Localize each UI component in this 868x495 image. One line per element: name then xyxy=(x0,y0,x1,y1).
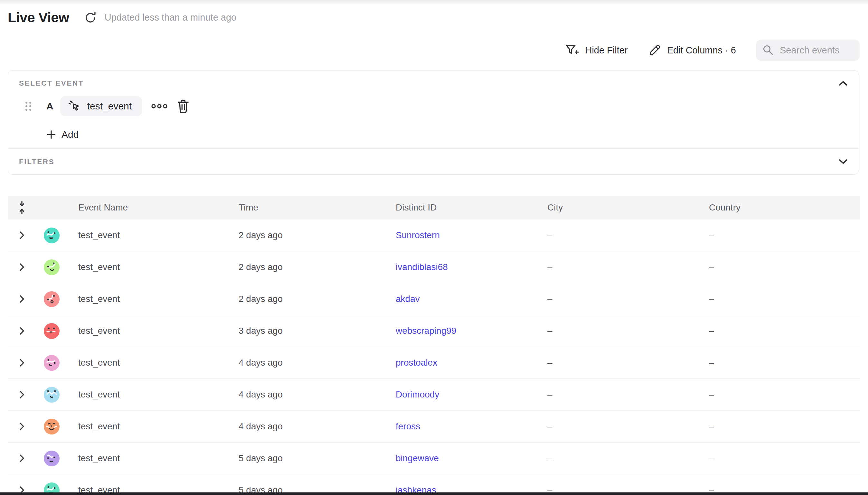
distinct-id-link[interactable]: Dorimoody xyxy=(396,389,439,399)
user-avatar xyxy=(44,259,59,275)
toolbar: Hide Filter Edit Columns · 6 xyxy=(565,39,860,61)
row-expand-button[interactable] xyxy=(15,324,28,337)
distinct-id-link[interactable]: feross xyxy=(396,421,420,431)
country-cell: – xyxy=(698,421,860,432)
filters-expand-button[interactable] xyxy=(836,155,850,168)
event-name-cell: test_event xyxy=(67,262,227,272)
chevron-right-icon xyxy=(18,390,25,399)
row-expand-button[interactable] xyxy=(15,388,28,401)
trash-icon xyxy=(177,99,190,114)
column-header-event-name: Event Name xyxy=(67,202,227,213)
filters-section: FILTERS xyxy=(8,149,859,174)
event-selector-chip[interactable]: test_event xyxy=(60,96,142,116)
funnel-plus-icon xyxy=(565,44,579,57)
event-name-cell: test_event xyxy=(67,421,227,432)
country-cell: – xyxy=(698,294,860,304)
event-name-cell: test_event xyxy=(67,389,227,400)
bottom-edge-bar xyxy=(0,492,868,495)
time-cell: 2 days ago xyxy=(227,294,385,304)
country-cell: – xyxy=(698,262,860,272)
column-header-city: City xyxy=(536,202,698,213)
page-header: Live View Updated less than a minute ago xyxy=(8,10,236,25)
country-cell: – xyxy=(698,326,860,336)
event-name-cell: test_event xyxy=(67,294,227,304)
distinct-id-link[interactable]: Sunrostern xyxy=(396,230,440,240)
refresh-button[interactable] xyxy=(83,11,98,25)
event-name-cell: test_event xyxy=(67,230,227,240)
search-icon xyxy=(762,45,774,56)
row-expand-button[interactable] xyxy=(15,420,28,433)
user-avatar xyxy=(44,450,59,466)
page-title: Live View xyxy=(8,10,69,25)
edit-columns-button[interactable]: Edit Columns · 6 xyxy=(648,44,736,57)
city-cell: – xyxy=(536,262,698,272)
table-row: test_event 2 days ago Sunrostern – – xyxy=(8,220,860,251)
event-name-cell: test_event xyxy=(67,326,227,336)
chevron-right-icon xyxy=(18,358,25,368)
table-row: test_event 4 days ago feross – – xyxy=(8,411,860,443)
city-cell: – xyxy=(536,389,698,400)
drag-handle-icon[interactable] xyxy=(25,102,31,111)
chevron-right-icon xyxy=(18,422,25,431)
event-delete-button[interactable] xyxy=(177,99,190,114)
city-cell: – xyxy=(536,453,698,463)
select-event-label: SELECT EVENT xyxy=(19,79,84,87)
distinct-id-link[interactable]: bingewave xyxy=(396,453,439,463)
search-events-input[interactable] xyxy=(779,45,854,56)
top-shadow-band xyxy=(0,0,868,4)
time-cell: 2 days ago xyxy=(227,262,385,272)
search-events-box[interactable] xyxy=(756,39,860,61)
pencil-icon xyxy=(648,44,661,57)
table-body: test_event 2 days ago Sunrostern – – tes… xyxy=(8,220,860,495)
row-expand-button[interactable] xyxy=(15,261,28,274)
chevron-down-icon xyxy=(838,159,848,165)
column-header-time: Time xyxy=(227,202,385,213)
distinct-id-link[interactable]: ivandiblasi68 xyxy=(396,262,448,272)
cursor-click-icon xyxy=(67,99,82,114)
collapse-vertical-icon xyxy=(18,201,26,215)
chevron-right-icon xyxy=(18,231,25,240)
time-cell: 4 days ago xyxy=(227,358,385,368)
select-event-collapse-button[interactable] xyxy=(836,77,850,90)
query-builder-card: SELECT EVENT A xyxy=(8,70,859,175)
country-cell: – xyxy=(698,230,860,240)
country-cell: – xyxy=(698,389,860,400)
filters-label: FILTERS xyxy=(19,158,54,166)
table-row: test_event 5 days ago bingewave – – xyxy=(8,443,860,474)
event-more-button[interactable] xyxy=(150,103,168,110)
collapse-all-rows-button[interactable] xyxy=(15,199,29,216)
city-cell: – xyxy=(536,421,698,432)
distinct-id-link[interactable]: prostoalex xyxy=(396,358,437,368)
distinct-id-link[interactable]: akdav xyxy=(396,294,420,304)
events-table: Event Name Time Distinct ID City Country… xyxy=(8,196,860,495)
chevron-right-icon xyxy=(18,326,25,336)
event-row: A test_event xyxy=(25,96,190,117)
edit-columns-label: Edit Columns · 6 xyxy=(667,45,736,56)
table-row: test_event 2 days ago ivandiblasi68 – – xyxy=(8,251,860,283)
row-expand-button[interactable] xyxy=(15,293,28,305)
distinct-id-link[interactable]: webscraping99 xyxy=(396,326,456,336)
column-header-distinct-id: Distinct ID xyxy=(385,202,536,213)
chevron-right-icon xyxy=(18,454,25,463)
table-row: test_event 4 days ago Dorimoody – – xyxy=(8,379,860,411)
select-event-section: SELECT EVENT A xyxy=(8,70,859,148)
live-view-page: Live View Updated less than a minute ago… xyxy=(0,0,868,495)
user-avatar xyxy=(44,419,59,434)
hide-filter-label: Hide Filter xyxy=(585,45,628,56)
add-label: Add xyxy=(62,129,79,140)
ellipsis-icon xyxy=(150,103,168,110)
row-expand-button[interactable] xyxy=(15,229,28,242)
country-cell: – xyxy=(698,453,860,463)
table-row: test_event 2 days ago akdav – – xyxy=(8,283,860,315)
row-expand-button[interactable] xyxy=(15,452,28,465)
city-cell: – xyxy=(536,358,698,368)
plus-icon xyxy=(46,130,56,139)
hide-filter-button[interactable]: Hide Filter xyxy=(565,44,628,57)
time-cell: 2 days ago xyxy=(227,230,385,240)
city-cell: – xyxy=(536,230,698,240)
country-cell: – xyxy=(698,358,860,368)
table-row: test_event 3 days ago webscraping99 – – xyxy=(8,315,860,347)
add-event-button[interactable]: Add xyxy=(46,129,79,140)
user-avatar xyxy=(44,355,59,371)
row-expand-button[interactable] xyxy=(15,356,28,369)
